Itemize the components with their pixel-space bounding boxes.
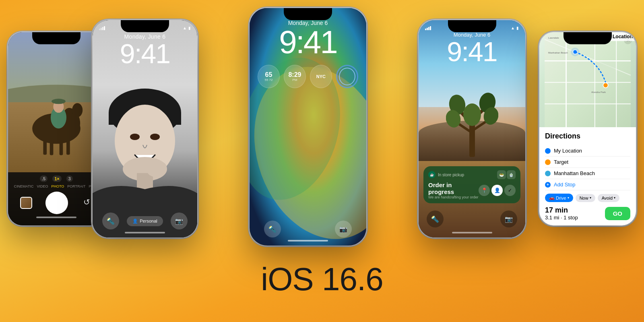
map-svg: Lawndale LIBERTY VILLAGE Manhattan Beach… (539, 32, 636, 127)
widget-city: NYC (316, 74, 326, 79)
mode-portrait[interactable]: PORTRAIT (67, 184, 85, 188)
transport-options: 🚗 Drive ▾ Now ▾ Avoid ▾ (545, 194, 630, 202)
starbucks-icon: ☕ (428, 171, 436, 178)
home-indicator (36, 217, 76, 218)
wifi-icon-joshua: ▲ (511, 26, 515, 30)
notification-app-label: In store pickup (438, 173, 495, 177)
person-progress-icon: 👤 (491, 185, 503, 196)
zoom-3x[interactable]: 3 (66, 175, 73, 182)
car-icon: 🚗 (549, 195, 555, 200)
camera-controls: .5 1× 3 CINEMATIC VIDEO PHOTO PORTRAIT P… (8, 172, 105, 225)
svg-rect-43 (567, 62, 594, 82)
joshua-signal (425, 26, 431, 30)
temp-range: 55 72 (264, 78, 272, 82)
person-icon: 👤 (132, 219, 138, 224)
lockscreen-bw-datetime: Monday, June 6 9:41 (93, 30, 197, 67)
joshua-time: 9:41 (419, 38, 525, 65)
directions-title: Directions (545, 132, 630, 140)
zoom-controls: .5 1× 3 (10, 175, 103, 182)
now-caret: ▾ (590, 196, 591, 200)
starbucks-notification: ☕ In store pickup 🥗 🍵 Order in progress … (423, 166, 520, 203)
personal-profile-pill[interactable]: 👤 Personal (127, 216, 163, 226)
location-label: Location (609, 32, 636, 41)
phone-lockscreen-joshua: ▲ ▮ Monday, June 6 9:41 ☕ In store picku… (419, 20, 525, 237)
lockscreen-bw-bottom-bar: 🔦 👤 Personal 📷 (93, 213, 197, 229)
flashlight-icon[interactable]: 🔦 (102, 213, 119, 229)
eta-row: 17 min 3.1 mi · 1 stop GO (545, 206, 630, 221)
my-location-dot (545, 148, 551, 154)
manhattan-beach-dot (545, 171, 551, 176)
svg-rect-44 (596, 62, 616, 82)
signal-strength-icon (99, 26, 105, 30)
directions-panel: Directions My Location Target Manhattan … (539, 127, 636, 225)
zoom-point5[interactable]: .5 (40, 175, 47, 182)
svg-text:Alondra Park: Alondra Park (591, 91, 606, 93)
mode-photo[interactable]: PHOTO (51, 184, 64, 188)
camera-viewfinder (8, 32, 105, 172)
main-scene: .5 1× 3 CINEMATIC VIDEO PHOTO PORTRAIT P… (0, 0, 644, 322)
profile-label: Personal (140, 219, 157, 223)
route-manhattan-beach[interactable]: Manhattan Beach (545, 168, 630, 179)
flip-camera-icon[interactable]: ↺ (81, 197, 93, 208)
add-stop-icon: + (545, 182, 551, 188)
svg-point-9 (72, 103, 83, 117)
eta-distance: 3.1 mi · 1 stop (545, 215, 578, 221)
ios-version-title: iOS 16.6 (261, 261, 383, 298)
joshua-status-bar: ▲ ▮ (419, 20, 525, 30)
target-dot (545, 159, 551, 165)
food-icon: 🥗 (497, 170, 506, 179)
colorful-camera-icon[interactable]: 📷 (335, 221, 352, 237)
home-indicator-colorful (288, 240, 328, 242)
wifi-icon: ▲ (183, 26, 187, 30)
widget-location: NYC (310, 65, 332, 88)
time-option[interactable]: Now ▾ (576, 194, 595, 202)
camera-icon[interactable]: 📷 (171, 213, 188, 229)
notification-action-icons: 🥗 🍵 (497, 170, 516, 179)
joshua-tree-svg (446, 76, 498, 157)
my-location-label: My Location (554, 148, 582, 154)
widget-time-value: 8:29 (288, 71, 301, 78)
svg-rect-5 (50, 141, 54, 155)
joshua-camera-icon[interactable]: 📷 (500, 211, 517, 227)
route-my-location[interactable]: My Location (545, 145, 630, 157)
go-button[interactable]: GO (605, 207, 630, 220)
target-label: Target (554, 159, 568, 165)
svg-point-17 (130, 134, 140, 140)
order-progress: Order in progress We are handcrafting yo… (428, 182, 516, 199)
shutter-button[interactable] (45, 192, 68, 214)
colorful-datetime: Monday, June 6 9:41 (250, 18, 366, 60)
colorful-flashlight-icon[interactable]: 🔦 (264, 221, 281, 237)
drive-option[interactable]: 🚗 Drive ▾ (545, 194, 573, 202)
map-view[interactable]: Lawndale LIBERTY VILLAGE Manhattan Beach… (539, 32, 636, 127)
colorful-bottom-bar: 🔦 📷 (250, 221, 366, 237)
thumbnail-preview[interactable] (20, 197, 32, 209)
mode-cinematic[interactable]: CINEMATIC (14, 184, 34, 188)
lockscreen-bw-time: 9:41 (93, 40, 197, 67)
eta-info: 17 min 3.1 mi · 1 stop (545, 206, 578, 221)
order-subtitle: We are handcrafting your order (428, 195, 479, 199)
home-indicator-joshua (452, 232, 492, 233)
status-icons: ▲ ▮ (183, 26, 191, 30)
widget-ring (336, 65, 358, 88)
route-target[interactable]: Target (545, 157, 630, 168)
order-title: Order in progress (428, 182, 479, 195)
zoom-1x[interactable]: 1× (52, 175, 62, 182)
route-add-stop[interactable]: + Add Stop (545, 179, 630, 190)
mode-video[interactable]: VIDEO (37, 184, 48, 188)
svg-rect-7 (66, 139, 70, 155)
home-indicator-bw (125, 232, 165, 233)
notification-header: ☕ In store pickup 🥗 🍵 (428, 170, 516, 179)
svg-rect-45 (567, 83, 594, 103)
svg-text:Manhattan Beach: Manhattan Beach (548, 51, 568, 54)
manhattan-beach-label: Manhattan Beach (554, 170, 595, 176)
caret-icon: ▾ (568, 196, 569, 200)
colorful-time: 9:41 (250, 26, 366, 58)
svg-rect-4 (43, 139, 47, 155)
avoid-option[interactable]: Avoid ▾ (598, 194, 619, 202)
joshua-flashlight-icon[interactable]: 🔦 (427, 211, 444, 227)
camera-mode-selector: CINEMATIC VIDEO PHOTO PORTRAIT PANO (10, 184, 103, 188)
battery-icon: ▮ (188, 26, 191, 30)
widgets-row: 65 55 72 8:29 PM NYC (250, 60, 366, 93)
camera-bottom-controls: ↺ (10, 192, 103, 214)
drink-icon: 🍵 (507, 170, 516, 179)
